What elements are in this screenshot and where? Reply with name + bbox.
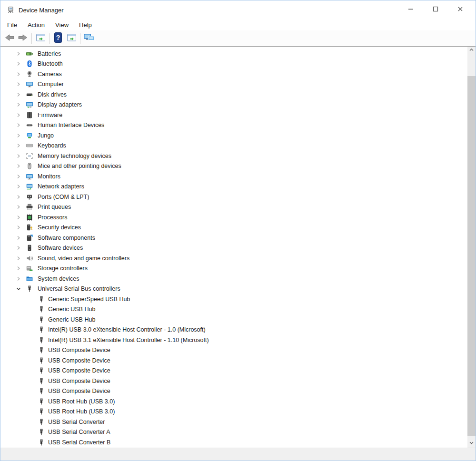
tree-child-item[interactable]: USB Composite Device [0,366,467,376]
scroll-down-button[interactable] [467,440,476,448]
tree-child-item[interactable]: USB Root Hub (USB 3.0) [0,407,467,417]
tree-item-label: Monitors [38,173,60,180]
tree-item-label: Batteries [38,50,61,57]
chevron-right-icon[interactable] [15,132,22,139]
tree-item[interactable]: Memory technology devices [0,151,467,161]
tree-item-label: USB Composite Device [48,357,110,364]
scrollbar-thumb[interactable] [467,76,476,436]
tree-item[interactable]: Software components [0,233,467,243]
properties-button[interactable] [65,32,78,45]
help-button[interactable]: ? [51,32,65,45]
security-icon [26,224,33,231]
usb-device-icon [38,336,45,344]
chevron-right-icon[interactable] [15,183,22,190]
tree-child-item[interactable]: USB Composite Device [0,386,467,397]
tree-child-item[interactable]: USB Serial Converter B [0,437,467,448]
tree-item[interactable]: System devices [0,274,467,284]
menu-view[interactable]: View [50,20,74,29]
show-console-tree-button[interactable] [34,32,47,45]
tree-child-item[interactable]: USB Root Hub (USB 3.0) [0,396,467,407]
tree-item[interactable]: Firmware [0,110,467,120]
scan-hardware-changes-button[interactable] [82,32,96,45]
tree-item[interactable]: Display adapters [0,100,467,110]
tree-item[interactable]: Jungo [0,130,467,141]
chevron-right-icon[interactable] [15,121,22,129]
chevron-right-icon[interactable] [15,203,22,211]
tree-item[interactable]: Storage controllers [0,264,467,274]
maximize-button[interactable] [423,0,448,20]
usb-device-icon [38,377,45,385]
forward-button[interactable] [16,32,30,45]
chevron-right-icon[interactable] [15,80,22,88]
chevron-right-icon[interactable] [15,162,22,170]
chevron-right-icon[interactable] [15,255,22,262]
menu-help[interactable]: Help [74,20,97,29]
close-button[interactable] [448,0,473,20]
tree-item[interactable]: Monitors [0,171,467,182]
tree-item[interactable]: Disk drives [0,89,467,100]
menu-action[interactable]: Action [22,20,50,29]
toolbar-separator [80,33,80,44]
properties-window-icon [67,33,77,44]
chevron-right-icon[interactable] [15,214,22,221]
tree-item[interactable]: Network adapters [0,182,467,192]
tree-child-item[interactable]: USB Serial Converter A [0,427,467,438]
tree-item[interactable]: Keyboards [0,141,467,151]
tree-item-label: Security devices [38,224,81,231]
chevron-right-icon[interactable] [15,101,22,108]
tree-child-item[interactable]: USB Composite Device [0,345,467,356]
tree-item-label: Display adapters [38,101,82,108]
chevron-right-icon[interactable] [15,265,22,272]
tree-item[interactable]: Software devices [0,243,467,254]
tree-child-item[interactable]: Intel(R) USB 3.0 eXtensible Host Control… [0,325,467,335]
tree-item[interactable]: Batteries [0,49,467,59]
tree-child-item[interactable]: Generic SuperSpeed USB Hub [0,294,467,304]
chevron-right-icon[interactable] [15,244,22,252]
tree-item[interactable]: Print queues [0,202,467,213]
tree-item[interactable]: Sound, video and game controllers [0,253,467,264]
tree-item[interactable]: Ports (COM & LPT) [0,192,467,202]
tree-child-item[interactable]: USB Composite Device [0,376,467,386]
chevron-right-icon[interactable] [15,152,22,160]
chevron-right-icon[interactable] [15,275,22,283]
tree-child-item[interactable]: USB Composite Device [0,355,467,366]
tree-item[interactable]: Universal Serial Bus controllers [0,284,467,294]
chevron-right-icon[interactable] [15,111,22,119]
tree-item-label: USB Root Hub (USB 3.0) [48,408,115,415]
network-adapter-icon [26,183,33,190]
tree-item[interactable]: Security devices [0,223,467,233]
chevron-right-icon[interactable] [15,60,22,68]
vertical-scrollbar[interactable] [467,47,476,448]
chevron-down-icon[interactable] [15,285,22,293]
back-button[interactable] [3,32,16,45]
chevron-down-icon [467,439,476,448]
chevron-right-icon[interactable] [15,91,22,98]
tree-child-item[interactable]: Generic USB Hub [0,314,467,325]
chevron-right-icon[interactable] [15,173,22,180]
tree-item-label: Processors [38,214,68,221]
tree-child-item[interactable]: USB Serial Converter [0,417,467,427]
window-title: Device Manager [19,7,64,14]
chevron-right-icon[interactable] [15,234,22,242]
tree-child-item[interactable]: Intel(R) USB 3.1 eXtensible Host Control… [0,335,467,345]
scroll-up-button[interactable] [467,47,476,55]
usb-device-icon [38,418,45,426]
chevron-right-icon[interactable] [15,50,22,58]
tree-child-item[interactable]: Generic USB Hub [0,304,467,315]
tree-item[interactable]: Bluetooth [0,59,467,69]
printer-icon [26,203,33,211]
tree-item[interactable]: Processors [0,212,467,223]
chevron-right-icon[interactable] [15,224,22,231]
tree-item-label: Generic USB Hub [48,306,95,313]
tree-item[interactable]: Computer [0,79,467,90]
tree-item[interactable]: Cameras [0,69,467,79]
tree-item[interactable]: Mice and other pointing devices [0,161,467,172]
device-tree[interactable]: BatteriesBluetoothCamerasComputerDisk dr… [0,47,467,448]
minimize-button[interactable] [398,0,423,20]
svg-text:?: ? [56,34,60,41]
chevron-right-icon[interactable] [15,142,22,149]
chevron-right-icon[interactable] [15,193,22,201]
chevron-right-icon[interactable] [15,70,22,78]
tree-item[interactable]: Human Interface Devices [0,120,467,131]
menu-file[interactable]: File [2,20,22,29]
